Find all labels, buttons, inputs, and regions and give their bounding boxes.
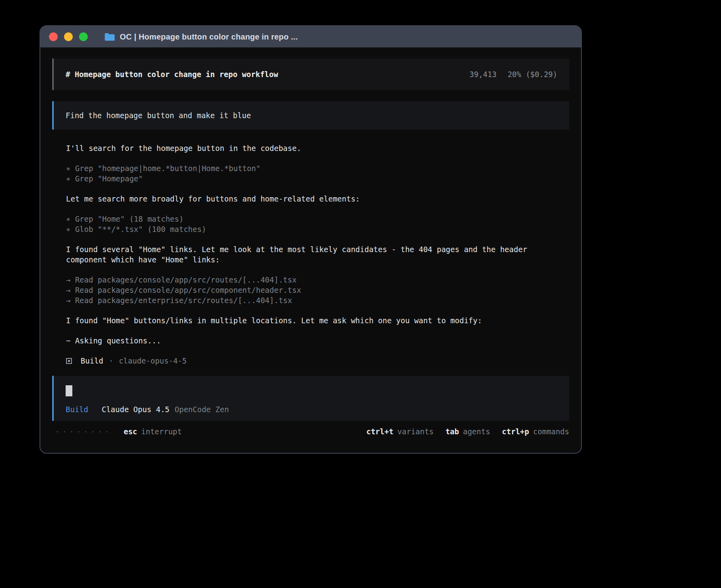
input-provider-label: OpenCode Zen <box>175 405 229 414</box>
key-ctrl-p: ctrl+p <box>502 427 529 436</box>
user-message-text: Find the homepage button and make it blu… <box>66 111 251 120</box>
footer-shortcuts: ctrl+tvariants tabagents ctrl+pcommands <box>366 427 569 436</box>
tool-call-grep: ∗ Grep "homepage|home.*button|Home.*butt… <box>66 163 569 173</box>
folder-icon <box>104 33 115 41</box>
titlebar[interactable]: OC | Homepage button color change in rep… <box>40 26 581 47</box>
input-agent-label[interactable]: Build <box>66 405 88 414</box>
asking-questions-status: ~ Asking questions... <box>66 335 569 346</box>
input-model-label[interactable]: Claude Opus 4.5 <box>102 405 170 414</box>
agent-icon <box>66 358 72 364</box>
agent-model: claude-opus-4-5 <box>119 356 187 366</box>
agent-name: Build <box>81 356 103 366</box>
label-agents: agents <box>463 427 490 436</box>
key-tab: tab <box>445 427 459 436</box>
label-variants: variants <box>397 427 434 436</box>
assistant-text: Let me search more broadly for buttons a… <box>66 194 569 204</box>
key-ctrl-t: ctrl+t <box>366 427 394 436</box>
tool-call-glob: ∗ Glob "**/*.tsx" (100 matches) <box>66 224 569 234</box>
zoom-button[interactable] <box>79 32 88 41</box>
hint-agents: tabagents <box>445 427 490 436</box>
tool-call-read: → Read packages/enterprise/src/routes/[.… <box>66 295 569 305</box>
text-cursor <box>66 385 72 396</box>
label-commands: commands <box>533 427 569 436</box>
user-message: Find the homepage button and make it blu… <box>52 101 569 130</box>
prompt-input[interactable]: BuildClaude Opus 4.5OpenCode Zen <box>52 376 569 421</box>
tool-call-read: → Read packages/console/app/src/routes/[… <box>66 275 569 285</box>
context-cost: 20% ($0.29) <box>508 70 557 79</box>
minimize-button[interactable] <box>64 32 73 41</box>
agent-separator: · <box>109 356 113 366</box>
agent-status-line: Build · claude-opus-4-5 <box>66 356 569 366</box>
window-title: OC | Homepage button color change in rep… <box>120 32 298 41</box>
terminal-window: OC | Homepage button color change in rep… <box>40 25 582 454</box>
spinner-dots: ········ <box>55 428 112 436</box>
tool-call-read: → Read packages/console/app/src/componen… <box>66 285 569 295</box>
input-status-line: BuildClaude Opus 4.5OpenCode Zen <box>66 405 557 414</box>
tool-call-grep: ∗ Grep "Home" (18 matches) <box>66 214 569 224</box>
token-count: 39,413 <box>470 70 497 79</box>
hint-interrupt: escinterrupt <box>124 427 182 436</box>
close-button[interactable] <box>49 32 58 41</box>
terminal-content: # Homepage button color change in repo w… <box>40 58 581 436</box>
key-esc: esc <box>124 427 137 436</box>
session-header: # Homepage button color change in repo w… <box>52 58 569 90</box>
assistant-text: I found "Home" buttons/links in multiple… <box>66 315 569 326</box>
hint-variants: ctrl+tvariants <box>366 427 434 436</box>
label-interrupt: interrupt <box>141 427 182 436</box>
assistant-text: I'll search for the homepage button in t… <box>66 143 569 153</box>
assistant-text: I found several "Home" links. Let me loo… <box>66 244 569 265</box>
status-bar: ········ escinterrupt ctrl+tvariants tab… <box>52 427 569 436</box>
tool-call-grep: ∗ Grep "Homepage" <box>66 173 569 184</box>
session-title: # Homepage button color change in repo w… <box>66 70 278 79</box>
hint-commands: ctrl+pcommands <box>502 427 569 436</box>
session-stats: 39,41320% ($0.29) <box>470 70 557 79</box>
transcript: I'll search for the homepage button in t… <box>52 143 569 366</box>
